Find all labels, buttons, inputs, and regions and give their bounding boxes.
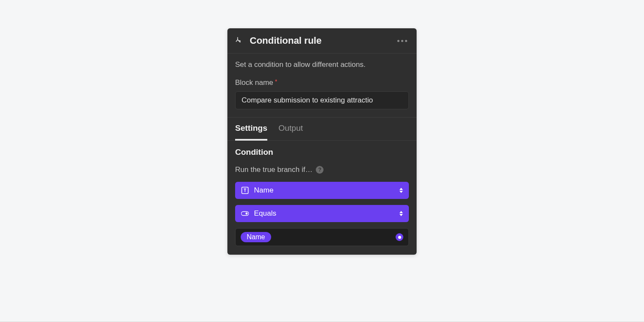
conditional-rule-panel: Conditional rule Set a condition to allo…	[227, 28, 417, 255]
block-name-label-text: Block name	[235, 78, 273, 87]
chevron-updown-icon	[399, 211, 403, 216]
panel-description: Set a condition to allow different actio…	[235, 60, 409, 69]
condition-title: Condition	[235, 147, 409, 157]
svg-point-2	[245, 213, 248, 215]
value-chip[interactable]: Name	[241, 232, 271, 242]
toggle-icon	[241, 210, 249, 217]
field-select-value: Name	[254, 186, 273, 195]
panel-header: Conditional rule	[227, 28, 417, 54]
value-input[interactable]: Name	[235, 228, 409, 246]
condition-section: Condition Run the true branch if… ? Name	[227, 141, 417, 255]
help-icon[interactable]: ?	[316, 166, 324, 174]
branch-icon	[235, 36, 244, 45]
operator-select[interactable]: Equals	[235, 205, 409, 222]
block-name-label: Block name *	[235, 78, 409, 87]
tab-output[interactable]: Output	[278, 123, 303, 141]
chevron-updown-icon	[399, 188, 403, 193]
required-asterisk: *	[275, 78, 277, 84]
operator-select-value: Equals	[254, 209, 276, 218]
block-info-section: Set a condition to allow different actio…	[227, 54, 417, 117]
field-select-left: Name	[241, 186, 273, 195]
panel-title: Conditional rule	[250, 35, 321, 46]
condition-label: Run the true branch if… ?	[235, 166, 409, 174]
record-indicator-icon[interactable]	[396, 233, 403, 241]
text-field-icon	[241, 187, 249, 194]
more-options-button[interactable]	[396, 38, 409, 44]
operator-select-left: Equals	[241, 209, 276, 218]
panel-header-left: Conditional rule	[235, 35, 321, 46]
field-select[interactable]: Name	[235, 182, 409, 199]
block-name-input[interactable]: Compare submission to existing attractio	[235, 91, 409, 109]
tabs: Settings Output	[227, 117, 417, 141]
condition-label-text: Run the true branch if…	[235, 166, 312, 174]
tab-settings[interactable]: Settings	[235, 123, 267, 141]
